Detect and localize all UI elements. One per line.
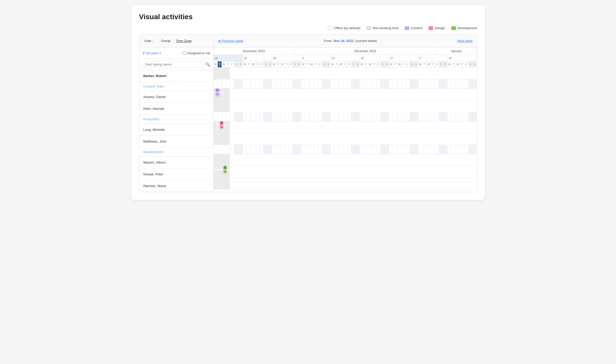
cal-row-inner [214, 133, 230, 145]
cal-row: Development [214, 166, 477, 178]
day-header-1-4: F [259, 61, 264, 67]
group-label-development: Development [139, 150, 163, 154]
user-button[interactable]: User ↓ [142, 38, 156, 44]
week-cell-0: 16 [214, 55, 243, 61]
day-header-0-0: M [214, 61, 218, 67]
day-header-3-4: F [318, 61, 322, 67]
cal-cell-8-6 [229, 68, 230, 79]
filter-button[interactable]: ⊽ All users ▾ [142, 51, 161, 55]
activity-bar-development: Development [224, 166, 227, 173]
day-header-7-3: T [431, 61, 435, 67]
user-name-long: Long, Michelle [143, 128, 165, 132]
cal-cell-8-6 [229, 89, 230, 100]
cal-nav: ◄ Previous week From Nov 16, 2023 (curre… [214, 34, 477, 48]
legend-content: Content [405, 26, 423, 30]
day-header-5-3: T [372, 61, 376, 67]
day-header-4-0: M [330, 61, 335, 67]
cal-row-inner [214, 154, 230, 166]
day-header-4-2: W [339, 61, 343, 67]
user-name-meyers: Meyers, Allison [143, 160, 166, 164]
month-label-1: December 2023 [295, 48, 436, 55]
day-header-6-6: S [414, 61, 418, 67]
user-row-klein: Klein, Hannah [139, 103, 213, 115]
day-header-5-6: S [385, 61, 389, 67]
legend-nonwork-swatch [367, 26, 371, 30]
day-header-7-2: W [426, 61, 431, 67]
day-header-8-6: S [473, 61, 477, 67]
day-header-1-5: S [264, 61, 268, 67]
user-name-matthews: Matthews, John [143, 140, 167, 143]
legend: Office (by default) Non-working time Con… [139, 26, 477, 30]
cal-row [214, 133, 477, 145]
cal-cell-8-6 [229, 121, 230, 133]
day-header-0-3: T [226, 61, 230, 67]
day-header-1-6: S [268, 61, 272, 67]
user-name-nowak: Nowak, Peter [143, 172, 163, 176]
search-button[interactable]: 🔍 [205, 62, 210, 67]
day-header-3-2: W [310, 61, 314, 67]
cal-row-inner [214, 68, 230, 79]
week-cell-3: 6 [301, 55, 330, 61]
search-icon: 🔍 [205, 62, 210, 67]
day-header-5-5: S [381, 61, 385, 67]
user-row-meyers: Meyers, Allison [139, 157, 213, 168]
month-label-0: November 2023 [214, 48, 295, 55]
day-header-0-5: S [234, 61, 238, 67]
user-row-matthews: Matthews, John [139, 136, 213, 147]
cal-row-inner: Development [214, 166, 230, 177]
day-header-5-4: F [377, 61, 381, 67]
user-name-ramirez: Ramirez, Maria [143, 184, 166, 188]
timezone-button[interactable]: Time Zone [176, 39, 192, 43]
day-header-7-4: F [435, 61, 439, 67]
day-header-2-6: S [297, 61, 301, 67]
prev-week-button[interactable]: ◄ Previous week [218, 39, 244, 43]
cal-row-inner [214, 178, 230, 189]
legend-design-label: Design [435, 26, 445, 30]
assigned-to-me-checkbox[interactable] [183, 51, 186, 55]
week-cell-2: 29 [272, 55, 301, 61]
day-header-8-4: F [464, 61, 468, 67]
search-row: 🔍 [139, 59, 213, 70]
day-header-0-2: W [222, 61, 226, 67]
current-date: Nov 16, 2023 [333, 39, 354, 43]
activity-bar-content: Content [216, 89, 219, 96]
search-input[interactable] [142, 61, 204, 68]
day-header-6-0: M [389, 61, 393, 67]
cal-cell-8-6 [229, 154, 230, 166]
week-cell-6: 27 [389, 55, 418, 61]
cal-row [214, 178, 477, 189]
next-week-button[interactable]: Next week [457, 39, 473, 43]
legend-development-swatch [451, 26, 456, 30]
page-title: Visual activities [139, 13, 477, 21]
group-spacer-cal-row [214, 79, 477, 89]
day-header-4-3: T [343, 61, 347, 67]
day-header-7-5: S [439, 61, 443, 67]
week-cell-5: 20 [360, 55, 389, 61]
user-sort-icon: ↓ [152, 39, 154, 42]
months-row: November 2023December 2023January [214, 48, 477, 55]
group-button[interactable]: Group [161, 39, 170, 43]
group-spacer-inner [214, 112, 477, 121]
legend-office-swatch [328, 26, 332, 30]
day-header-2-5: S [293, 61, 297, 67]
group-label-content: Content Team [139, 84, 164, 88]
day-header-3-0: M [301, 61, 305, 67]
filter-row: ⊽ All users ▾ Assigned to me [139, 48, 213, 59]
group-spacer-cal-row [214, 145, 477, 154]
right-panel: ◄ Previous week From Nov 16, 2023 (curre… [214, 34, 477, 192]
day-header-5-2: W [368, 61, 372, 67]
day-header-0-6: S [238, 61, 243, 67]
legend-development: Development [451, 26, 477, 30]
day-header-7-0: M [418, 61, 422, 67]
day-header-4-6: S [356, 61, 360, 67]
user-row-alvarez: Alvarez, Daniel [139, 91, 213, 103]
legend-content-label: Content [411, 26, 423, 30]
user-name-barber: Barber, Robert [143, 74, 166, 78]
user-row-nowak: Nowak, Peter [139, 168, 213, 180]
day-header-6-5: S [410, 61, 414, 67]
day-header-8-0: M [447, 61, 452, 67]
day-header-6-3: T [402, 61, 406, 67]
toolbar: User ↓ Group Time Zone [139, 34, 213, 48]
day-header-6-1: T [393, 61, 397, 67]
cal-row [214, 154, 477, 166]
